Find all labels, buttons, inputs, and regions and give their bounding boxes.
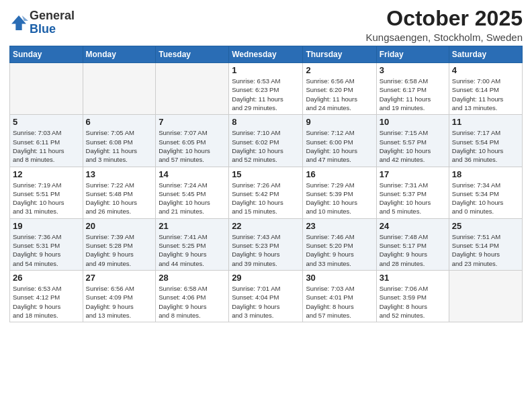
day-cell: 19Sunrise: 7:36 AM Sunset: 5:31 PM Dayli… (10, 218, 83, 270)
day-number: 17 (380, 169, 446, 179)
day-cell: 3Sunrise: 6:58 AM Sunset: 6:17 PM Daylig… (376, 63, 449, 115)
weekday-header-wednesday: Wednesday (229, 46, 303, 63)
day-number: 5 (13, 117, 80, 127)
day-cell: 28Sunrise: 6:58 AM Sunset: 4:06 PM Dayli… (156, 270, 229, 322)
weekday-header-saturday: Saturday (449, 46, 522, 63)
day-info: Sunrise: 7:34 AM Sunset: 5:34 PM Dayligh… (452, 181, 519, 216)
logo-icon (9, 13, 28, 32)
day-info: Sunrise: 7:51 AM Sunset: 5:14 PM Dayligh… (452, 232, 519, 268)
logo-general: General (30, 9, 75, 22)
day-info: Sunrise: 7:01 AM Sunset: 4:04 PM Dayligh… (232, 284, 300, 320)
day-info: Sunrise: 7:03 AM Sunset: 4:01 PM Dayligh… (306, 284, 373, 320)
day-cell: 31Sunrise: 7:06 AM Sunset: 3:59 PM Dayli… (376, 270, 449, 322)
day-cell: 12Sunrise: 7:19 AM Sunset: 5:51 PM Dayli… (10, 167, 83, 218)
day-info: Sunrise: 7:41 AM Sunset: 5:25 PM Dayligh… (159, 232, 226, 268)
day-cell: 26Sunrise: 6:53 AM Sunset: 4:12 PM Dayli… (10, 270, 83, 322)
day-number: 25 (452, 221, 519, 231)
day-info: Sunrise: 7:26 AM Sunset: 5:42 PM Dayligh… (232, 181, 300, 216)
day-cell (449, 270, 522, 322)
day-number: 29 (232, 273, 300, 283)
day-info: Sunrise: 7:07 AM Sunset: 6:05 PM Dayligh… (159, 128, 226, 164)
day-info: Sunrise: 7:05 AM Sunset: 6:08 PM Dayligh… (86, 128, 153, 164)
day-number: 26 (13, 273, 80, 283)
day-cell: 30Sunrise: 7:03 AM Sunset: 4:01 PM Dayli… (303, 270, 376, 322)
day-cell: 14Sunrise: 7:24 AM Sunset: 5:45 PM Dayli… (156, 167, 229, 218)
day-info: Sunrise: 6:56 AM Sunset: 4:09 PM Dayligh… (86, 284, 153, 320)
day-info: Sunrise: 7:22 AM Sunset: 5:48 PM Dayligh… (86, 181, 153, 216)
day-cell: 13Sunrise: 7:22 AM Sunset: 5:48 PM Dayli… (83, 167, 156, 218)
day-cell: 16Sunrise: 7:29 AM Sunset: 5:39 PM Dayli… (303, 167, 376, 218)
day-cell: 10Sunrise: 7:15 AM Sunset: 5:57 PM Dayli… (376, 115, 449, 167)
day-info: Sunrise: 6:58 AM Sunset: 4:06 PM Dayligh… (159, 284, 226, 320)
week-row-1: 1Sunrise: 6:53 AM Sunset: 6:23 PM Daylig… (10, 63, 523, 115)
day-cell: 2Sunrise: 6:56 AM Sunset: 6:20 PM Daylig… (303, 63, 376, 115)
day-info: Sunrise: 7:10 AM Sunset: 6:02 PM Dayligh… (232, 128, 300, 164)
day-info: Sunrise: 7:00 AM Sunset: 6:14 PM Dayligh… (452, 77, 519, 112)
day-number: 30 (306, 273, 373, 283)
day-cell: 5Sunrise: 7:03 AM Sunset: 6:11 PM Daylig… (10, 115, 83, 167)
day-number: 11 (452, 117, 519, 127)
logo: General Blue (9, 9, 75, 36)
day-info: Sunrise: 6:53 AM Sunset: 4:12 PM Dayligh… (13, 284, 80, 320)
week-row-2: 5Sunrise: 7:03 AM Sunset: 6:11 PM Daylig… (10, 115, 523, 167)
day-cell: 15Sunrise: 7:26 AM Sunset: 5:42 PM Dayli… (229, 167, 303, 218)
day-info: Sunrise: 6:56 AM Sunset: 6:20 PM Dayligh… (306, 77, 373, 112)
day-cell: 18Sunrise: 7:34 AM Sunset: 5:34 PM Dayli… (449, 167, 522, 218)
weekday-header-friday: Friday (376, 46, 449, 63)
day-info: Sunrise: 6:53 AM Sunset: 6:23 PM Dayligh… (232, 77, 300, 112)
day-number: 18 (452, 169, 519, 179)
day-number: 15 (232, 169, 300, 179)
day-number: 8 (232, 117, 300, 127)
day-cell: 21Sunrise: 7:41 AM Sunset: 5:25 PM Dayli… (156, 218, 229, 270)
weekday-header-row: SundayMondayTuesdayWednesdayThursdayFrid… (10, 46, 523, 63)
day-number: 13 (86, 169, 153, 179)
day-info: Sunrise: 7:43 AM Sunset: 5:23 PM Dayligh… (232, 232, 300, 268)
week-row-4: 19Sunrise: 7:36 AM Sunset: 5:31 PM Dayli… (10, 218, 523, 270)
day-number: 7 (159, 117, 226, 127)
logo-blue: Blue (30, 22, 56, 36)
logo-text: General Blue (30, 9, 75, 36)
day-number: 20 (86, 221, 153, 231)
day-cell: 1Sunrise: 6:53 AM Sunset: 6:23 PM Daylig… (229, 63, 303, 115)
day-info: Sunrise: 7:12 AM Sunset: 6:00 PM Dayligh… (306, 128, 373, 164)
day-cell: 27Sunrise: 6:56 AM Sunset: 4:09 PM Dayli… (83, 270, 156, 322)
day-info: Sunrise: 6:58 AM Sunset: 6:17 PM Dayligh… (380, 77, 446, 112)
day-number: 19 (13, 221, 80, 231)
day-info: Sunrise: 7:17 AM Sunset: 5:54 PM Dayligh… (452, 128, 519, 164)
day-info: Sunrise: 7:39 AM Sunset: 5:28 PM Dayligh… (86, 232, 153, 268)
day-info: Sunrise: 7:36 AM Sunset: 5:31 PM Dayligh… (13, 232, 80, 268)
day-number: 4 (452, 65, 519, 75)
day-cell: 7Sunrise: 7:07 AM Sunset: 6:05 PM Daylig… (156, 115, 229, 167)
day-number: 31 (380, 273, 446, 283)
day-number: 27 (86, 273, 153, 283)
day-info: Sunrise: 7:29 AM Sunset: 5:39 PM Dayligh… (306, 181, 373, 216)
calendar: SundayMondayTuesdayWednesdayThursdayFrid… (9, 46, 523, 322)
month-title: October 2025 (366, 7, 523, 30)
svg-marker-1 (22, 15, 28, 21)
day-cell: 17Sunrise: 7:31 AM Sunset: 5:37 PM Dayli… (376, 167, 449, 218)
day-info: Sunrise: 7:03 AM Sunset: 6:11 PM Dayligh… (13, 128, 80, 164)
day-cell: 23Sunrise: 7:46 AM Sunset: 5:20 PM Dayli… (303, 218, 376, 270)
day-number: 10 (380, 117, 446, 127)
day-cell: 25Sunrise: 7:51 AM Sunset: 5:14 PM Dayli… (449, 218, 522, 270)
day-cell (156, 63, 229, 115)
day-info: Sunrise: 7:46 AM Sunset: 5:20 PM Dayligh… (306, 232, 373, 268)
day-number: 1 (232, 65, 300, 75)
day-cell: 20Sunrise: 7:39 AM Sunset: 5:28 PM Dayli… (83, 218, 156, 270)
day-info: Sunrise: 7:24 AM Sunset: 5:45 PM Dayligh… (159, 181, 226, 216)
day-info: Sunrise: 7:06 AM Sunset: 3:59 PM Dayligh… (380, 284, 446, 320)
week-row-3: 12Sunrise: 7:19 AM Sunset: 5:51 PM Dayli… (10, 167, 523, 218)
day-info: Sunrise: 7:48 AM Sunset: 5:17 PM Dayligh… (380, 232, 446, 268)
day-info: Sunrise: 7:31 AM Sunset: 5:37 PM Dayligh… (380, 181, 446, 216)
day-cell: 6Sunrise: 7:05 AM Sunset: 6:08 PM Daylig… (83, 115, 156, 167)
day-cell: 4Sunrise: 7:00 AM Sunset: 6:14 PM Daylig… (449, 63, 522, 115)
day-info: Sunrise: 7:15 AM Sunset: 5:57 PM Dayligh… (380, 128, 446, 164)
day-cell (83, 63, 156, 115)
day-number: 14 (159, 169, 226, 179)
day-number: 3 (380, 65, 446, 75)
location-title: Kungsaengen, Stockholm, Sweden (366, 32, 523, 43)
day-number: 24 (380, 221, 446, 231)
day-cell: 11Sunrise: 7:17 AM Sunset: 5:54 PM Dayli… (449, 115, 522, 167)
weekday-header-tuesday: Tuesday (156, 46, 229, 63)
day-number: 6 (86, 117, 153, 127)
